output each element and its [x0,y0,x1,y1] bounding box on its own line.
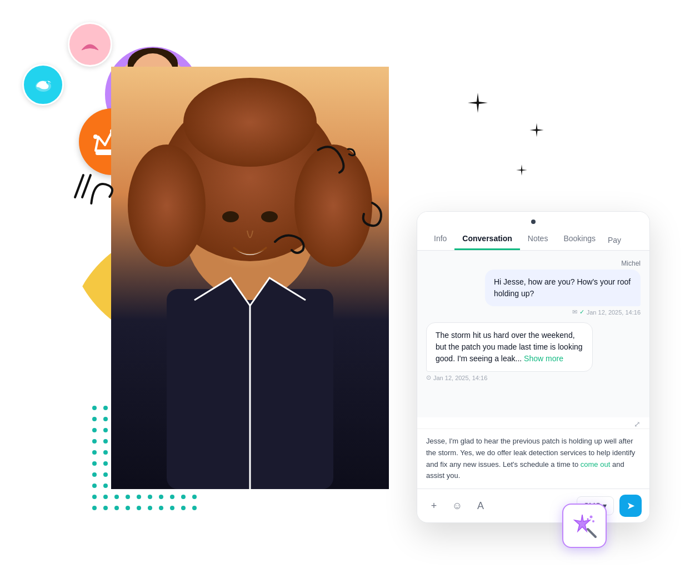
svg-line-16 [75,175,83,197]
draft-link: come out [581,460,610,469]
teal-badge [22,64,64,106]
sent-timestamp: Jan 12, 2025, 14:16 [587,309,641,316]
emoji-button[interactable]: ☺ [448,497,466,515]
chat-toolbar: + ☺ A SMS ▾ ➤ [417,489,649,522]
sparkle-star-3 [516,164,528,178]
expand-icon[interactable]: ⤢ [634,420,641,428]
sparkle-star-1 [467,92,489,116]
tab-notes[interactable]: Notes [520,228,556,250]
received-bubble: The storm hit us hard over the weekend, … [426,322,593,372]
show-more-link[interactable]: Show more [524,354,563,363]
svg-point-12 [183,78,317,167]
message-sent: Michel Hi Jesse, how are you? How's your… [426,260,641,316]
check-icon: ✓ [579,308,584,316]
chat-panel: Info Conversation Notes Bookings Pay Mic… [417,211,650,523]
received-timestamp: Jan 12, 2025, 14:16 [433,375,487,381]
svg-point-13 [222,211,239,222]
pink-badge [68,22,112,67]
svg-point-14 [261,211,278,222]
send-button[interactable]: ➤ [619,495,642,517]
svg-point-1 [46,81,48,83]
message-received: The storm hit us hard over the weekend, … [426,322,641,381]
doodle-curl-3 [272,228,311,258]
tab-info[interactable]: Info [426,228,454,250]
draft-area[interactable]: Jesse, I'm glad to hear the previous pat… [417,428,649,489]
svg-point-19 [590,516,593,519]
sparkle-star-2 [529,122,544,140]
svg-point-21 [587,519,589,520]
svg-point-20 [592,520,594,522]
camera-dot [531,220,536,224]
svg-point-3 [93,134,98,139]
send-icon: ➤ [627,500,635,512]
sender-name: Michel [621,260,641,267]
received-meta: ⊙ Jan 12, 2025, 14:16 [426,374,487,381]
font-button[interactable]: A [472,497,489,515]
svg-line-18 [588,529,596,537]
tab-bookings[interactable]: Bookings [556,228,603,250]
chat-body: Michel Hi Jesse, how are you? How's your… [417,251,649,417]
expand-area: ⤢ [417,417,649,428]
camera-notch [417,212,649,228]
clock-icon: ⊙ [426,374,431,381]
add-button[interactable]: + [425,497,443,515]
magic-button[interactable] [562,504,607,548]
main-photo [111,67,389,489]
tab-pay[interactable]: Pay [603,230,626,250]
svg-point-10 [128,144,206,267]
tab-conversation[interactable]: Conversation [454,228,519,250]
tab-bar[interactable]: Info Conversation Notes Bookings Pay [417,228,649,251]
email-icon: ✉ [572,308,577,316]
sent-bubble: Hi Jesse, how are you? How's your roof h… [485,270,641,306]
scene: Info Conversation Notes Bookings Pay Mic… [0,0,700,588]
svg-line-17 [82,175,91,197]
slash-marks [72,172,94,202]
doodle-curl-4 [356,200,389,236]
sent-meta: ✉ ✓ Jan 12, 2025, 14:16 [572,308,641,316]
